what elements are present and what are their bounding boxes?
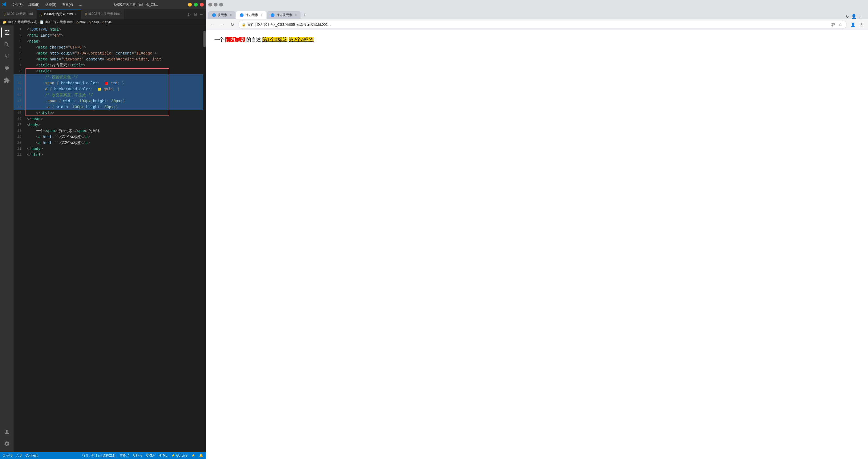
- line-content-19: <a href="">第1个a标签</a>: [26, 134, 206, 140]
- activity-account-icon[interactable]: [1, 426, 12, 437]
- browser-more-button[interactable]: ⋮: [858, 21, 865, 29]
- line-content-15: </style>: [26, 110, 206, 116]
- line-number-5: 5: [13, 51, 26, 56]
- run-icon[interactable]: ▷: [188, 12, 191, 16]
- activity-explorer-icon[interactable]: [1, 27, 12, 38]
- breadcrumb-head-label: head: [92, 20, 99, 24]
- breadcrumb-file[interactable]: 📄 kk002行内元素.html: [40, 20, 73, 24]
- activity-search-icon[interactable]: [1, 39, 12, 50]
- tab-kk003[interactable]: {} kk003行内块元素.html: [81, 9, 124, 19]
- link-1-demo[interactable]: 第1个a标签: [262, 37, 287, 42]
- line-content-12: /*·改变宽高度，不生效·*/: [26, 92, 206, 98]
- bookmark-star-icon[interactable]: ☆: [837, 22, 843, 28]
- activity-extensions-icon[interactable]: [1, 75, 12, 86]
- activity-debug-icon[interactable]: [1, 63, 12, 74]
- split-editor-icon[interactable]: ⊡: [194, 12, 197, 16]
- tab-actions: ▷ ⊡ ···: [186, 9, 206, 19]
- address-bar[interactable]: 🔒 文件 | D:/【0】/kk_CSS/kk005-元素显示模式/kk002.…: [238, 21, 847, 29]
- breadcrumb-style[interactable]: ◇ style: [102, 20, 112, 24]
- line-number-7: 7: [13, 62, 26, 68]
- close-button[interactable]: ×: [200, 3, 204, 6]
- browser-minimize-button[interactable]: —: [208, 3, 212, 6]
- warning-count: 0: [20, 454, 22, 457]
- browser-tab-close-2[interactable]: ×: [261, 13, 262, 17]
- qr-code-icon[interactable]: [830, 22, 836, 28]
- menu-edit[interactable]: 编辑(E): [26, 2, 41, 8]
- browser-more-icon[interactable]: ⋮: [859, 14, 863, 19]
- browser-titlebar: — □ ×: [206, 0, 868, 9]
- line-3: 3 <head>: [13, 38, 206, 44]
- browser-tab-close-1[interactable]: ×: [230, 13, 231, 17]
- status-encoding[interactable]: UTF-8: [133, 454, 143, 457]
- line-number-1: 1: [13, 27, 26, 33]
- line-19: 19 <a href="">第1个a标签</a>: [13, 134, 206, 140]
- status-language[interactable]: HTML: [159, 454, 167, 457]
- tab-label-kk003: kk003行内块元素.html: [88, 12, 120, 16]
- browser-profile-button[interactable]: 👤: [849, 21, 857, 29]
- line-content-3: <head>: [26, 38, 206, 44]
- menu-view[interactable]: 查看(V): [60, 2, 75, 8]
- back-button[interactable]: ←: [209, 21, 216, 29]
- browser-tab-hangneikuai[interactable]: 🌐 行内块元素 ×: [267, 11, 301, 19]
- browser-close-button[interactable]: ×: [219, 3, 223, 6]
- status-connect[interactable]: Connect: [26, 454, 38, 457]
- main-area: 1 <!DOCTYPE html> 2 <html lang="en"> 3 <…: [0, 26, 206, 452]
- browser-new-tab-button[interactable]: +: [301, 11, 309, 19]
- line-content-18: 一个<span>行内元素</span>的自述: [26, 128, 206, 134]
- line-number-11: 11: [13, 86, 26, 92]
- status-warnings[interactable]: △ 0: [16, 454, 22, 457]
- breadcrumb-folder-label: kk005-元素显示模式: [8, 20, 37, 24]
- tab-kk001[interactable]: {} kk001块元素.html: [0, 9, 37, 19]
- minimize-button[interactable]: —: [188, 3, 192, 6]
- breadcrumb-head[interactable]: ◇ head: [89, 20, 99, 24]
- activity-git-icon[interactable]: [1, 51, 12, 62]
- line-number-2: 2: [13, 33, 26, 38]
- line-4: 4 <meta charset="UTF-8">: [13, 44, 206, 51]
- breadcrumb-html[interactable]: ◇ html: [76, 20, 86, 24]
- browser-account-icon[interactable]: 👤: [851, 14, 857, 19]
- menu-select[interactable]: 选择(S): [43, 2, 58, 8]
- line-content-14: .a { width: 100px;height: 30px;}: [26, 104, 206, 110]
- browser-maximize-button[interactable]: □: [214, 3, 218, 6]
- window-controls: — □ ×: [188, 3, 204, 6]
- status-errors[interactable]: ⊘ ⓪ 0: [3, 453, 12, 458]
- head-icon: ◇: [89, 20, 91, 24]
- line-20: 20 <a href="">第2个a标签</a>: [13, 140, 206, 146]
- reload-button[interactable]: ↻: [228, 21, 236, 29]
- style-icon: ◇: [102, 20, 104, 24]
- svg-point-1: [8, 55, 9, 56]
- browser-tab-hangnei[interactable]: 🌐 行内元素 ×: [236, 11, 267, 19]
- link-2-demo[interactable]: 第2个a标签: [289, 37, 314, 42]
- tab-kk002[interactable]: {} kk002行内元素.html ×: [37, 9, 82, 19]
- maximize-button[interactable]: □: [194, 3, 198, 6]
- status-line-ending[interactable]: CRLF: [146, 454, 155, 457]
- line-8: 8 <style>: [13, 68, 206, 74]
- address-actions: ☆: [830, 22, 843, 28]
- breadcrumb-folder[interactable]: 📁 kk005-元素显示模式: [3, 20, 37, 24]
- status-spaces[interactable]: 空格: 4: [119, 453, 129, 458]
- status-golive[interactable]: ⚡ Go Live: [171, 454, 187, 457]
- forward-button[interactable]: →: [219, 21, 226, 29]
- menu-file[interactable]: 文件(F): [10, 2, 25, 8]
- status-broadcast-icon[interactable]: ⚡: [191, 454, 195, 457]
- editor-scrollbar[interactable]: [203, 26, 206, 452]
- more-actions-icon[interactable]: ···: [200, 12, 203, 16]
- line-16: 16 </head>: [13, 116, 206, 122]
- activity-settings-icon[interactable]: [1, 438, 12, 449]
- text-middle: 的自述: [246, 37, 261, 42]
- line-content-17: <body>: [26, 122, 206, 128]
- color-swatch-red: [105, 82, 108, 85]
- scrollbar-thumb[interactable]: [204, 31, 206, 47]
- line-12: 12 /*·改变宽高度，不生效·*/: [13, 92, 206, 98]
- status-notification-icon[interactable]: 🔔: [199, 454, 203, 457]
- breadcrumb-file-label: kk002行内元素.html: [44, 20, 73, 24]
- tab-label-kk001: kk001块元素.html: [7, 12, 33, 16]
- code-editor[interactable]: 1 <!DOCTYPE html> 2 <html lang="en"> 3 <…: [13, 26, 206, 452]
- browser-panel: — □ × 🌐 块元素 × 🌐 行内元素 × 🌐 行内块元素 × + ↻ 👤 ⋮: [206, 0, 868, 459]
- browser-tab-close-3[interactable]: ×: [295, 13, 297, 17]
- tab-close-icon-kk002[interactable]: ×: [74, 12, 77, 16]
- menu-more[interactable]: ...: [77, 2, 84, 7]
- browser-tab-kuaiyuansu[interactable]: 🌐 块元素 ×: [208, 11, 236, 19]
- browser-toolbar-extra-1[interactable]: ↻: [846, 14, 849, 19]
- browser-tab-label-2: 行内元素: [245, 13, 258, 18]
